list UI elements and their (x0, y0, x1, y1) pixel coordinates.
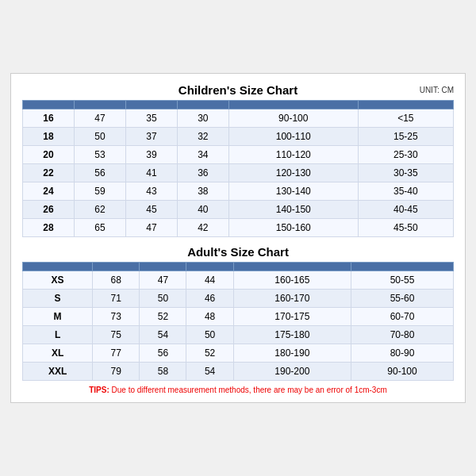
adults-col-size (23, 263, 93, 271)
table-row: M735248170-17560-70 (23, 308, 454, 326)
children-col-size (23, 101, 75, 109)
table-row: 20533934110-12025-30 (23, 146, 454, 164)
adults-chart-title: Adult's Size Chart (187, 245, 289, 259)
children-size-table: 1647353090-100<1518503732100-11015-25205… (22, 100, 454, 237)
adults-size-table: XS684744160-16550-55S715046160-17055-60M… (22, 262, 454, 381)
tips-label: TIPS: (89, 386, 109, 394)
children-col-toplength (74, 101, 125, 109)
children-col-pantlength (177, 101, 228, 109)
table-row: 18503732100-11015-25 (23, 128, 454, 146)
table-row: XL775652180-19080-90 (23, 344, 454, 363)
adults-title-row: Adult's Size Chart (22, 245, 454, 259)
children-col-bustw (125, 101, 177, 109)
adults-col-toplength (93, 263, 140, 271)
size-chart-container: Children's Size Chart UNIT: CM 164735309… (10, 73, 466, 403)
children-col-weight (358, 101, 453, 109)
tips-row: TIPS: Due to different measurement metho… (22, 386, 454, 394)
table-row: 26624540140-15040-45 (23, 201, 454, 219)
adults-header-row (23, 263, 454, 271)
tips-text: Due to different measurement methods, th… (109, 386, 387, 394)
adults-col-bustw (140, 263, 186, 271)
adults-col-pantlength (186, 263, 233, 271)
table-row: L755450175-18070-80 (23, 326, 454, 344)
adults-col-height (233, 263, 351, 271)
children-col-height (228, 101, 358, 109)
table-row: 28654742150-16045-50 (23, 219, 454, 237)
children-chart-title: Children's Size Chart (178, 83, 298, 97)
table-row: S715046160-17055-60 (23, 290, 454, 308)
unit-label: UNIT: CM (420, 86, 454, 94)
table-row: 24594338130-14035-40 (23, 182, 454, 201)
children-header-row (23, 101, 454, 109)
adults-col-weight (351, 263, 453, 271)
children-title-row: Children's Size Chart UNIT: CM (22, 83, 454, 97)
table-row: 1647353090-100<15 (23, 109, 454, 128)
table-row: XS684744160-16550-55 (23, 271, 454, 290)
table-row: 22564136120-13030-35 (23, 164, 454, 182)
table-row: XXL795854190-20090-100 (23, 363, 454, 381)
